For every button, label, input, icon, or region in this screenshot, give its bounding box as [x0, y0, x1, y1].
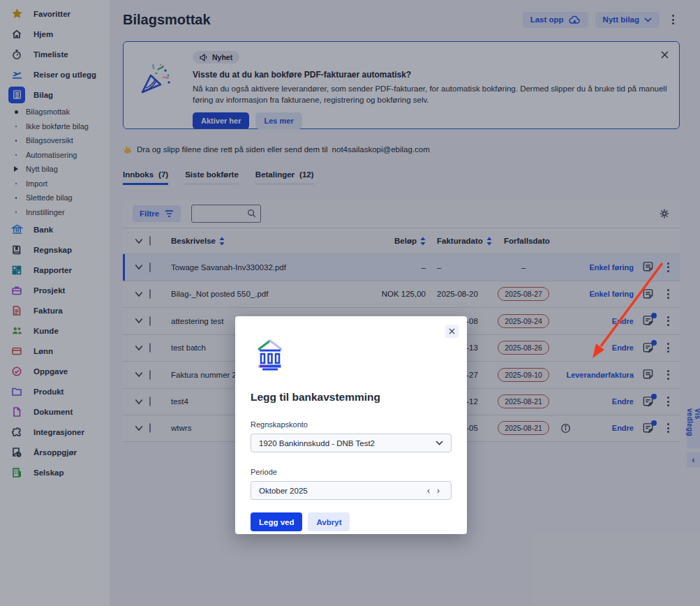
period-prev-chevron-icon[interactable]: ‹: [424, 486, 433, 496]
period-value: Oktober 2025: [259, 487, 424, 495]
bank-illustration-icon: [251, 336, 452, 376]
modal-close-button[interactable]: [445, 325, 459, 338]
chevron-down-icon: [435, 441, 443, 445]
close-icon: [449, 328, 455, 334]
account-label: Regnskapskonto: [251, 420, 452, 429]
account-select-value: 1920 Bankinnskudd - DNB Test2: [259, 439, 435, 448]
period-next-chevron-icon[interactable]: ›: [433, 486, 443, 496]
bank-reconciliation-modal: Legg til bankavstemming Regnskapskonto 1…: [235, 316, 467, 534]
cancel-button[interactable]: Avbryt: [308, 512, 350, 531]
period-label: Periode: [251, 468, 452, 476]
modal-title: Legg til bankavstemming: [251, 391, 452, 404]
submit-button[interactable]: Legg ved: [251, 512, 302, 531]
account-select[interactable]: 1920 Bankinnskudd - DNB Test2: [251, 434, 452, 452]
period-picker[interactable]: Oktober 2025 ‹ ›: [251, 481, 452, 500]
